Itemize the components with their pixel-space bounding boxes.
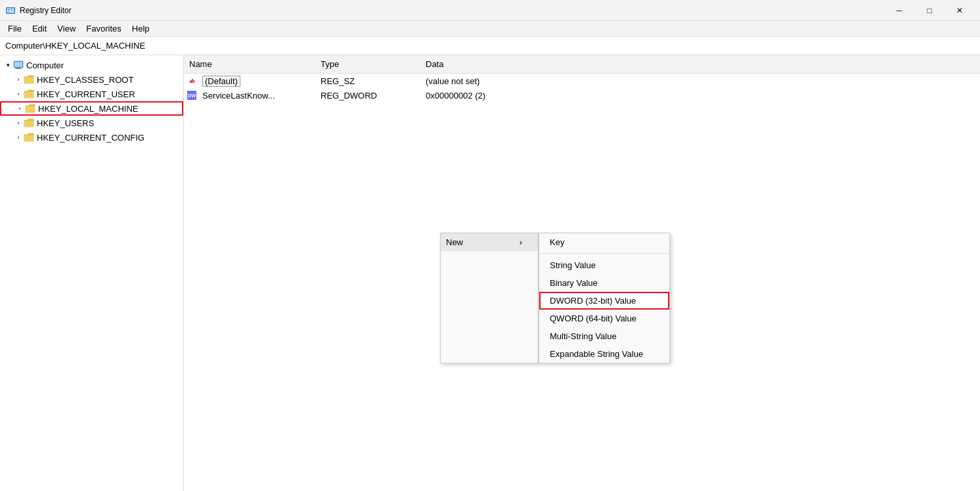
window-controls: ─ □ ✕ [884,0,975,21]
svg-rect-7 [14,62,22,67]
folder-icon-hkcu [24,89,34,99]
value-name-default: (Default) [200,76,318,86]
svg-rect-2 [8,9,10,11]
sub-item-qword-value[interactable]: QWORD (64-bit) Value [539,310,669,327]
maximize-button[interactable]: □ [914,0,945,21]
folder-icon-hklm [25,104,35,113]
svg-rect-3 [8,11,10,12]
svg-text:DW: DW [188,93,196,98]
menu-item-help[interactable]: Help [127,22,155,35]
app-icon [5,5,16,16]
value-data-servicelast: 0x00000002 (2) [423,91,980,101]
tree-item-computer[interactable]: ▾ Computer [0,58,183,72]
hku-label: HKEY_USERS [37,118,94,128]
value-type-default: REG_SZ [318,76,423,86]
expand-hklm[interactable]: › [14,103,25,114]
tree-item-hklm[interactable]: › HKEY_LOCAL_MACHINE [0,101,183,116]
sub-item-expandable-string-value[interactable]: Expandable String Value [539,345,669,363]
value-type-servicelast: REG_DWORD [318,91,423,101]
tree-pane: ▾ Computer › HKEY_CLASSES_ROOT [0,55,184,491]
context-menu-container: New › Key String Value Binary Value DWOR… [440,233,670,363]
tree-item-hkcr[interactable]: › HKEY_CLASSES_ROOT [0,72,183,87]
context-menu-new: New › [440,233,539,363]
hkcu-label: HKEY_CURRENT_USER [37,89,135,99]
address-path: Computer\HKEY_LOCAL_MACHINE [5,41,145,51]
sub-item-dword-value[interactable]: DWORD (32-bit) Value [539,292,669,310]
menu-item-view[interactable]: View [52,22,81,35]
col-header-data[interactable]: Data [420,57,980,72]
minimize-button[interactable]: ─ [884,0,914,21]
tree-item-hkcu[interactable]: › HKEY_CURRENT_USER [0,87,183,101]
values-header: Name Type Data [184,55,980,74]
context-menu-sub: Key String Value Binary Value DWORD (32-… [539,233,670,363]
folder-icon-hkcr [24,75,34,84]
main-content: ▾ Computer › HKEY_CLASSES_ROOT [0,55,980,491]
title-bar: Registry Editor ─ □ ✕ [0,0,980,21]
svg-rect-4 [11,9,13,10]
sub-item-string-value[interactable]: String Value [539,256,669,274]
value-data-default: (value not set) [423,76,980,86]
col-header-type[interactable]: Type [315,57,420,72]
arrow-icon: › [520,237,522,247]
expand-hku[interactable]: › [13,118,24,128]
folder-icon-hku [24,118,34,128]
tree-item-hku[interactable]: › HKEY_USERS [0,116,183,130]
svg-rect-9 [15,68,22,69]
folder-icon-hkcc [24,133,34,142]
context-menu-new-item[interactable]: New › [441,233,538,251]
tree-item-hkcc[interactable]: › HKEY_CURRENT_CONFIG [0,130,183,145]
menu-item-edit[interactable]: Edit [27,22,52,35]
svg-rect-5 [11,11,13,11]
expand-computer[interactable]: ▾ [3,60,13,70]
hkcc-label: HKEY_CURRENT_CONFIG [37,133,145,143]
close-button[interactable]: ✕ [945,0,975,21]
value-row-default[interactable]: ab (Default) REG_SZ (value not set) [184,74,980,88]
expand-hkcu[interactable]: › [13,89,24,99]
reg-sz-icon-default: ab [187,76,197,86]
menu-item-favorites[interactable]: Favorites [81,22,126,35]
hkcr-label: HKEY_CLASSES_ROOT [37,75,133,85]
value-row-servicelast[interactable]: DW ServiceLastKnow... REG_DWORD 0x000000… [184,88,980,103]
values-pane: Name Type Data ab (Default) REG_SZ (valu… [184,55,980,491]
address-bar: Computer\HKEY_LOCAL_MACHINE [0,37,980,55]
new-label: New [446,237,463,247]
computer-icon [13,60,24,70]
sub-item-multistring-value[interactable]: Multi-String Value [539,327,669,345]
expand-hkcc[interactable]: › [13,132,24,143]
expand-hkcr[interactable]: › [13,74,24,85]
hklm-label: HKEY_LOCAL_MACHINE [38,104,138,114]
col-header-name[interactable]: Name [184,57,315,72]
reg-dword-icon: DW [187,90,197,101]
menu-item-file[interactable]: File [3,22,27,35]
app-title: Registry Editor [20,6,884,15]
sub-item-key[interactable]: Key [539,233,669,251]
sub-item-binary-value[interactable]: Binary Value [539,274,669,292]
value-name-servicelast: ServiceLastKnow... [200,91,318,101]
computer-label: Computer [26,60,64,70]
menu-bar: FileEditViewFavoritesHelp [0,21,980,37]
